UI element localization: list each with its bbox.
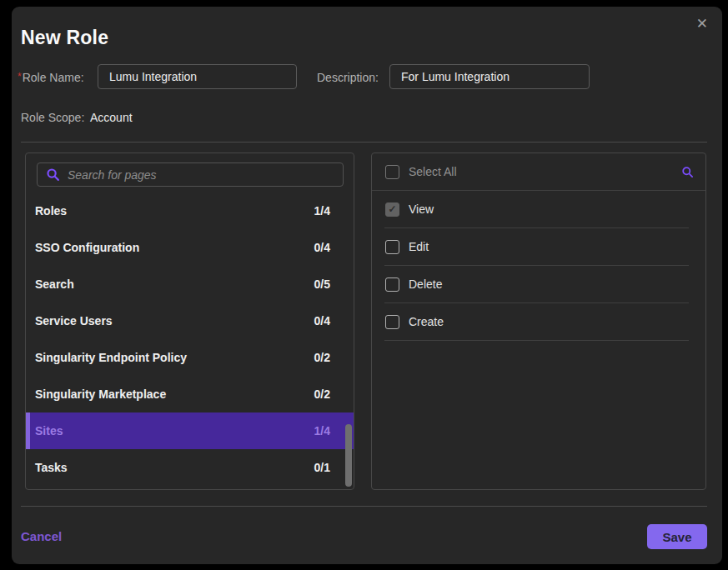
required-asterisk: * <box>18 71 22 82</box>
permission-label: Edit <box>409 240 429 253</box>
role-name-input[interactable] <box>98 64 297 89</box>
permission-checkbox[interactable]: ✓ <box>385 278 399 292</box>
select-all-label: Select All <box>409 165 681 178</box>
page-list-item[interactable]: Service Users 0/4 <box>26 302 354 339</box>
pages-list: Roles 1/4 SSO Configuration 0/4 Search 0… <box>26 192 354 486</box>
permission-divider <box>384 340 689 341</box>
header-divider <box>21 142 707 142</box>
close-icon[interactable]: ✕ <box>696 17 708 31</box>
role-scope-label: Role Scope: <box>21 111 84 124</box>
page-count: 1/4 <box>314 204 330 218</box>
search-icon <box>46 168 60 182</box>
permissions-panel: ✓ Select All ✓ View ✓ Edit ✓ Delete ✓ Cr… <box>371 152 706 490</box>
permission-checkbox[interactable]: ✓ <box>385 202 399 217</box>
page-label: Search <box>35 278 74 291</box>
page-label: Service Users <box>35 314 113 328</box>
page-count: 0/2 <box>314 388 330 401</box>
cancel-button[interactable]: Cancel <box>21 529 62 543</box>
pages-panel: Roles 1/4 SSO Configuration 0/4 Search 0… <box>25 152 354 490</box>
pages-search-input[interactable] <box>68 168 334 182</box>
page-label: Sites <box>35 424 63 438</box>
page-label: Roles <box>35 204 67 218</box>
page-count: 0/2 <box>314 351 330 364</box>
page-list-item[interactable]: Singularity Marketplace 0/2 <box>26 376 354 412</box>
page-list-item[interactable]: Roles 1/4 <box>26 192 354 229</box>
page-label: Singularity Marketplace <box>35 388 166 401</box>
page-list-item[interactable]: SSO Configuration 0/4 <box>26 229 354 266</box>
permission-row: ✓ View <box>372 191 705 228</box>
role-name-label-text: Role Name: <box>23 71 84 84</box>
dialog-title: New Role <box>21 27 108 49</box>
permission-checkbox[interactable]: ✓ <box>385 315 399 329</box>
permissions-search-icon[interactable] <box>681 166 694 178</box>
description-label: Description: <box>317 71 379 84</box>
permission-label: View <box>409 202 434 216</box>
permission-row: ✓ Delete <box>372 266 705 302</box>
page-label: SSO Configuration <box>35 241 139 254</box>
permission-row: ✓ Create <box>372 303 705 340</box>
select-all-row: ✓ Select All <box>372 153 705 191</box>
description-input[interactable] <box>389 64 590 89</box>
footer-divider <box>21 506 707 507</box>
page-list-item[interactable]: Sites 1/4 <box>26 412 354 449</box>
page-list-item[interactable]: Singularity Endpoint Policy 0/2 <box>26 339 354 376</box>
save-button[interactable]: Save <box>647 524 707 549</box>
page-label: Tasks <box>35 461 68 474</box>
permissions-list: ✓ View ✓ Edit ✓ Delete ✓ Create <box>372 191 705 341</box>
page-label: Singularity Endpoint Policy <box>35 351 187 364</box>
check-icon: ✓ <box>388 204 396 214</box>
permission-checkbox[interactable]: ✓ <box>385 240 399 254</box>
permission-label: Create <box>409 315 444 328</box>
page-count: 0/4 <box>314 241 330 254</box>
page-list-item[interactable]: Tasks 0/1 <box>26 449 354 486</box>
page-count: 0/4 <box>314 314 330 328</box>
new-role-dialog: New Role ✕ *Role Name: Description: Role… <box>12 7 722 564</box>
page-count: 1/4 <box>314 424 330 438</box>
role-scope-value: Account <box>90 111 133 124</box>
permission-label: Delete <box>409 278 442 291</box>
pages-search-box[interactable] <box>37 162 344 187</box>
permission-row: ✓ Edit <box>372 228 705 265</box>
select-all-checkbox[interactable]: ✓ <box>385 165 399 179</box>
page-count: 0/1 <box>314 461 330 474</box>
pages-list-scrollbar[interactable] <box>345 424 352 487</box>
page-list-item[interactable]: Search 0/5 <box>26 266 354 302</box>
role-name-label: *Role Name: <box>18 71 84 84</box>
page-count: 0/5 <box>314 278 330 291</box>
